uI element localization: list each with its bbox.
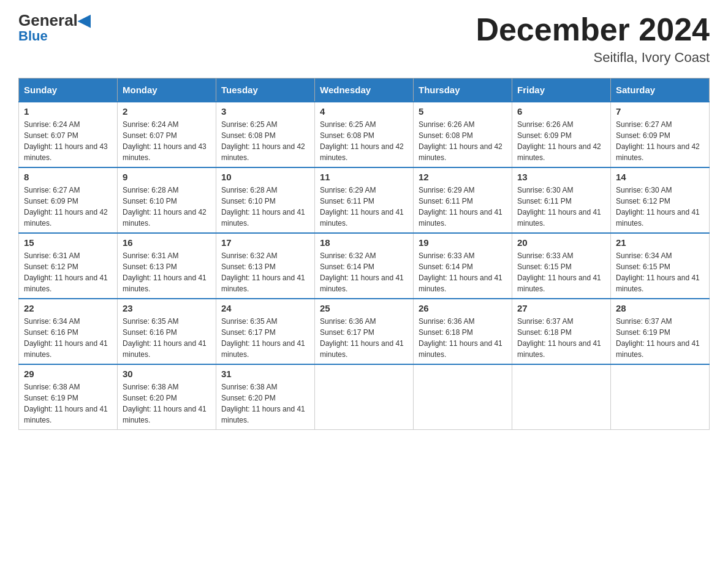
calendar-cell: 23 Sunrise: 6:35 AM Sunset: 6:16 PM Dayl…: [118, 299, 216, 364]
calendar-cell: 11 Sunrise: 6:29 AM Sunset: 6:11 PM Dayl…: [315, 167, 414, 233]
day-number: 12: [419, 172, 507, 182]
calendar-cell: 15 Sunrise: 6:31 AM Sunset: 6:12 PM Dayl…: [19, 233, 118, 299]
calendar-week-row: 15 Sunrise: 6:31 AM Sunset: 6:12 PM Dayl…: [19, 233, 710, 299]
calendar-cell: 2 Sunrise: 6:24 AM Sunset: 6:07 PM Dayli…: [118, 102, 216, 167]
day-info: Sunrise: 6:31 AM Sunset: 6:12 PM Dayligh…: [24, 250, 112, 294]
day-number: 20: [517, 237, 605, 248]
day-info: Sunrise: 6:25 AM Sunset: 6:08 PM Dayligh…: [221, 119, 309, 163]
calendar-cell: 12 Sunrise: 6:29 AM Sunset: 6:11 PM Dayl…: [414, 167, 512, 233]
calendar-week-row: 8 Sunrise: 6:27 AM Sunset: 6:09 PM Dayli…: [19, 167, 710, 233]
day-number: 9: [123, 172, 211, 182]
calendar-week-row: 1 Sunrise: 6:24 AM Sunset: 6:07 PM Dayli…: [19, 102, 710, 167]
day-number: 1: [24, 106, 112, 117]
calendar-week-row: 29 Sunrise: 6:38 AM Sunset: 6:19 PM Dayl…: [19, 364, 710, 430]
day-number: 19: [419, 237, 507, 248]
calendar-cell: 31 Sunrise: 6:38 AM Sunset: 6:20 PM Dayl…: [216, 364, 315, 430]
day-info: Sunrise: 6:33 AM Sunset: 6:14 PM Dayligh…: [419, 250, 507, 294]
day-number: 14: [616, 172, 704, 182]
day-info: Sunrise: 6:26 AM Sunset: 6:09 PM Dayligh…: [517, 119, 605, 163]
calendar-cell: [512, 364, 611, 430]
day-info: Sunrise: 6:32 AM Sunset: 6:14 PM Dayligh…: [320, 250, 408, 294]
calendar-table: SundayMondayTuesdayWednesdayThursdayFrid…: [18, 78, 710, 430]
calendar-cell: 7 Sunrise: 6:27 AM Sunset: 6:09 PM Dayli…: [611, 102, 710, 167]
day-info: Sunrise: 6:31 AM Sunset: 6:13 PM Dayligh…: [123, 250, 211, 294]
day-number: 11: [320, 172, 408, 182]
day-info: Sunrise: 6:38 AM Sunset: 6:19 PM Dayligh…: [24, 381, 112, 426]
calendar-cell: 30 Sunrise: 6:38 AM Sunset: 6:20 PM Dayl…: [118, 364, 216, 430]
calendar-header-wednesday: Wednesday: [315, 79, 414, 102]
day-info: Sunrise: 6:27 AM Sunset: 6:09 PM Dayligh…: [616, 119, 704, 163]
day-number: 18: [320, 237, 408, 248]
calendar-cell: 8 Sunrise: 6:27 AM Sunset: 6:09 PM Dayli…: [19, 167, 118, 233]
day-number: 25: [320, 303, 408, 313]
calendar-header-saturday: Saturday: [611, 79, 710, 102]
day-info: Sunrise: 6:35 AM Sunset: 6:17 PM Dayligh…: [221, 316, 309, 360]
day-number: 30: [123, 369, 211, 379]
calendar-title: December 2024: [476, 12, 710, 47]
day-info: Sunrise: 6:33 AM Sunset: 6:15 PM Dayligh…: [517, 250, 605, 294]
day-info: Sunrise: 6:32 AM Sunset: 6:13 PM Dayligh…: [221, 250, 309, 294]
day-number: 27: [517, 303, 605, 313]
calendar-cell: 1 Sunrise: 6:24 AM Sunset: 6:07 PM Dayli…: [19, 102, 118, 167]
day-number: 8: [24, 172, 112, 182]
calendar-cell: 24 Sunrise: 6:35 AM Sunset: 6:17 PM Dayl…: [216, 299, 315, 364]
logo: General◀ Blue: [18, 12, 90, 43]
day-info: Sunrise: 6:34 AM Sunset: 6:15 PM Dayligh…: [616, 250, 704, 294]
calendar-header-friday: Friday: [512, 79, 611, 102]
calendar-cell: 10 Sunrise: 6:28 AM Sunset: 6:10 PM Dayl…: [216, 167, 315, 233]
day-number: 6: [517, 106, 605, 117]
day-info: Sunrise: 6:30 AM Sunset: 6:11 PM Dayligh…: [517, 185, 605, 229]
day-number: 16: [123, 237, 211, 248]
calendar-cell: 3 Sunrise: 6:25 AM Sunset: 6:08 PM Dayli…: [216, 102, 315, 167]
day-info: Sunrise: 6:24 AM Sunset: 6:07 PM Dayligh…: [123, 119, 211, 163]
calendar-header-monday: Monday: [118, 79, 216, 102]
day-info: Sunrise: 6:34 AM Sunset: 6:16 PM Dayligh…: [24, 316, 112, 360]
calendar-header-row: SundayMondayTuesdayWednesdayThursdayFrid…: [19, 79, 710, 102]
calendar-cell: 26 Sunrise: 6:36 AM Sunset: 6:18 PM Dayl…: [414, 299, 512, 364]
day-number: 28: [616, 303, 704, 313]
calendar-cell: 4 Sunrise: 6:25 AM Sunset: 6:08 PM Dayli…: [315, 102, 414, 167]
calendar-cell: 27 Sunrise: 6:37 AM Sunset: 6:18 PM Dayl…: [512, 299, 611, 364]
day-number: 26: [419, 303, 507, 313]
day-info: Sunrise: 6:25 AM Sunset: 6:08 PM Dayligh…: [320, 119, 408, 163]
calendar-cell: 18 Sunrise: 6:32 AM Sunset: 6:14 PM Dayl…: [315, 233, 414, 299]
calendar-cell: 20 Sunrise: 6:33 AM Sunset: 6:15 PM Dayl…: [512, 233, 611, 299]
calendar-header-tuesday: Tuesday: [216, 79, 315, 102]
day-number: 10: [221, 172, 309, 182]
calendar-cell: 16 Sunrise: 6:31 AM Sunset: 6:13 PM Dayl…: [118, 233, 216, 299]
day-info: Sunrise: 6:36 AM Sunset: 6:17 PM Dayligh…: [320, 316, 408, 360]
day-number: 2: [123, 106, 211, 117]
day-number: 31: [221, 369, 309, 379]
day-number: 3: [221, 106, 309, 117]
title-section: December 2024 Seitifla, Ivory Coast: [476, 12, 710, 66]
day-number: 29: [24, 369, 112, 379]
day-number: 4: [320, 106, 408, 117]
calendar-cell: 22 Sunrise: 6:34 AM Sunset: 6:16 PM Dayl…: [19, 299, 118, 364]
day-info: Sunrise: 6:37 AM Sunset: 6:18 PM Dayligh…: [517, 316, 605, 360]
calendar-cell: 9 Sunrise: 6:28 AM Sunset: 6:10 PM Dayli…: [118, 167, 216, 233]
day-number: 21: [616, 237, 704, 248]
calendar-cell: 28 Sunrise: 6:37 AM Sunset: 6:19 PM Dayl…: [611, 299, 710, 364]
day-info: Sunrise: 6:37 AM Sunset: 6:19 PM Dayligh…: [616, 316, 704, 360]
calendar-cell: [414, 364, 512, 430]
day-info: Sunrise: 6:38 AM Sunset: 6:20 PM Dayligh…: [123, 381, 211, 426]
page-header: General◀ Blue December 2024 Seitifla, Iv…: [18, 12, 710, 66]
calendar-cell: 21 Sunrise: 6:34 AM Sunset: 6:15 PM Dayl…: [611, 233, 710, 299]
calendar-cell: 29 Sunrise: 6:38 AM Sunset: 6:19 PM Dayl…: [19, 364, 118, 430]
day-info: Sunrise: 6:27 AM Sunset: 6:09 PM Dayligh…: [24, 185, 112, 229]
calendar-header-sunday: Sunday: [19, 79, 118, 102]
day-number: 17: [221, 237, 309, 248]
day-info: Sunrise: 6:38 AM Sunset: 6:20 PM Dayligh…: [221, 381, 309, 426]
calendar-week-row: 22 Sunrise: 6:34 AM Sunset: 6:16 PM Dayl…: [19, 299, 710, 364]
calendar-cell: [611, 364, 710, 430]
day-number: 22: [24, 303, 112, 313]
day-number: 13: [517, 172, 605, 182]
calendar-cell: 25 Sunrise: 6:36 AM Sunset: 6:17 PM Dayl…: [315, 299, 414, 364]
day-info: Sunrise: 6:26 AM Sunset: 6:08 PM Dayligh…: [419, 119, 507, 163]
logo-triangle-icon: ◀: [78, 11, 90, 29]
day-number: 24: [221, 303, 309, 313]
calendar-header-thursday: Thursday: [414, 79, 512, 102]
day-info: Sunrise: 6:29 AM Sunset: 6:11 PM Dayligh…: [419, 185, 507, 229]
calendar-subtitle: Seitifla, Ivory Coast: [476, 50, 710, 66]
day-info: Sunrise: 6:35 AM Sunset: 6:16 PM Dayligh…: [123, 316, 211, 360]
